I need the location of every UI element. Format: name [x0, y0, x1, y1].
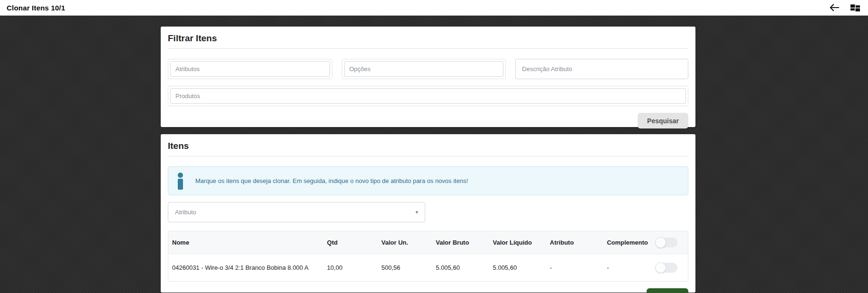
produtos-field-row [168, 86, 688, 106]
toggle-knob [655, 237, 666, 248]
items-actions: Clonar [168, 288, 688, 293]
col-header-nome: Nome [168, 231, 323, 254]
atributos-input[interactable] [170, 61, 330, 77]
info-icon [176, 173, 183, 190]
opcoes-field-wrapper [342, 59, 506, 79]
dashboard-grid-icon[interactable] [850, 2, 860, 13]
items-card-title: Itens [168, 140, 688, 156]
info-alert-text: Marque os itens que deseja clonar. Em se… [195, 177, 468, 184]
filter-actions: Pesquisar [168, 113, 688, 128]
col-header-qtd: Qtd [323, 231, 378, 254]
cell-valor-un: 500,56 [378, 254, 432, 282]
col-header-select [652, 231, 688, 254]
cell-complemento: - [603, 254, 652, 282]
cell-qtd: 10,00 [323, 254, 378, 282]
filter-card-divider [168, 48, 688, 49]
produtos-input[interactable] [170, 88, 686, 104]
items-card: Itens Marque os itens que deseja clonar.… [161, 134, 695, 293]
filter-items-card: Filtrar Itens Pesquisar [161, 27, 695, 127]
table-row: 04260031 - Wire-o 3/4 2:1 Branco Bobina … [168, 254, 688, 282]
top-bar: Clonar Itens 10/1 [0, 0, 868, 16]
col-header-complemento: Complemento [603, 231, 652, 254]
cell-atributo: - [546, 254, 603, 282]
col-header-valor-un: Valor Un. [378, 231, 432, 254]
cell-valor-bruto: 5.005,60 [432, 254, 489, 282]
atributo-select-value: Atributo [175, 209, 196, 216]
back-arrow-icon[interactable] [829, 2, 840, 13]
filter-card-title: Filtrar Itens [168, 32, 688, 48]
col-header-valor-liquido: Valor Líquido [489, 231, 546, 254]
page-title: Clonar Itens 10/1 [7, 4, 65, 12]
produtos-field-wrapper [168, 86, 688, 106]
select-all-toggle[interactable] [656, 238, 677, 247]
opcoes-input[interactable] [344, 61, 504, 77]
workspace-background: Filtrar Itens Pesquisar Itens [0, 16, 868, 293]
table-header-row: Nome Qtd Valor Un. Valor Bruto Valor Líq… [168, 231, 688, 254]
chevron-down-icon: ▾ [415, 209, 418, 215]
row-select-toggle[interactable] [656, 263, 677, 273]
toggle-knob [655, 262, 666, 273]
atributo-select[interactable]: Atributo ▾ [168, 202, 425, 222]
cell-valor-liquido: 5.005,60 [489, 254, 546, 282]
topbar-actions [829, 2, 861, 13]
pesquisar-button[interactable]: Pesquisar [638, 113, 688, 128]
atributos-field-wrapper [168, 59, 332, 79]
filter-fields-row [168, 59, 688, 79]
items-card-divider [168, 156, 688, 156]
cell-select [652, 254, 688, 282]
cell-nome: 04260031 - Wire-o 3/4 2:1 Branco Bobina … [168, 254, 323, 282]
clonar-button[interactable]: Clonar [647, 288, 688, 293]
items-table: Nome Qtd Valor Un. Valor Bruto Valor Líq… [168, 231, 688, 282]
descricao-atributo-input[interactable] [515, 59, 688, 79]
info-alert: Marque os itens que deseja clonar. Em se… [168, 166, 688, 195]
col-header-atributo: Atributo [546, 231, 603, 254]
col-header-valor-bruto: Valor Bruto [432, 231, 489, 254]
